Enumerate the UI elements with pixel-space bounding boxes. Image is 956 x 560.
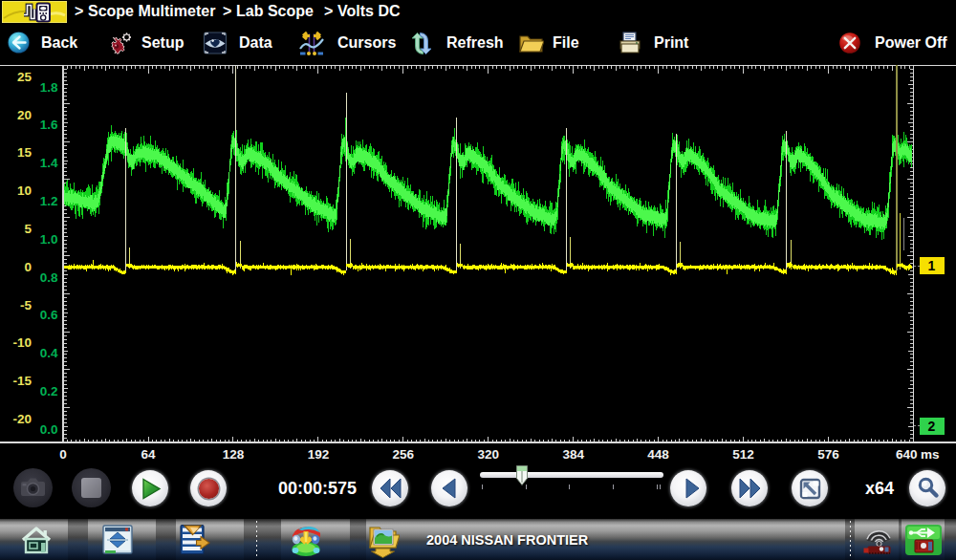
svg-text:15: 15	[17, 145, 33, 160]
svg-text:0.4: 0.4	[40, 346, 58, 360]
svg-text:ms: ms	[921, 447, 940, 462]
svg-text:5: 5	[24, 222, 32, 236]
svg-text:0.8: 0.8	[40, 270, 58, 285]
svg-text:20: 20	[17, 108, 32, 122]
svg-text:1.8: 1.8	[40, 80, 58, 95]
svg-text:1.6: 1.6	[40, 118, 58, 132]
svg-text:-5: -5	[20, 298, 32, 312]
svg-text:512: 512	[732, 447, 754, 462]
svg-text:0: 0	[59, 447, 67, 462]
svg-text:576: 576	[817, 447, 839, 462]
svg-text:128: 128	[223, 447, 245, 462]
svg-text:448: 448	[647, 447, 669, 462]
svg-text:-20: -20	[12, 412, 32, 426]
svg-text:640: 640	[896, 447, 918, 462]
svg-text:320: 320	[478, 447, 500, 462]
svg-text:0.6: 0.6	[40, 308, 58, 322]
svg-text:384: 384	[562, 447, 584, 462]
svg-text:10: 10	[17, 183, 32, 198]
svg-text:1: 1	[928, 258, 936, 273]
svg-text:0.0: 0.0	[40, 422, 58, 437]
svg-text:2: 2	[928, 419, 936, 434]
svg-text:-10: -10	[12, 335, 32, 350]
svg-text:64: 64	[141, 447, 156, 462]
svg-text:0: 0	[24, 260, 32, 274]
svg-text:-15: -15	[12, 374, 32, 388]
svg-text:0.2: 0.2	[40, 384, 58, 398]
svg-text:256: 256	[393, 447, 415, 462]
svg-text:192: 192	[308, 447, 330, 462]
svg-text:1.0: 1.0	[40, 232, 58, 247]
svg-text:1.4: 1.4	[40, 156, 58, 170]
svg-text:1.2: 1.2	[40, 194, 58, 208]
svg-text:25: 25	[17, 70, 33, 84]
